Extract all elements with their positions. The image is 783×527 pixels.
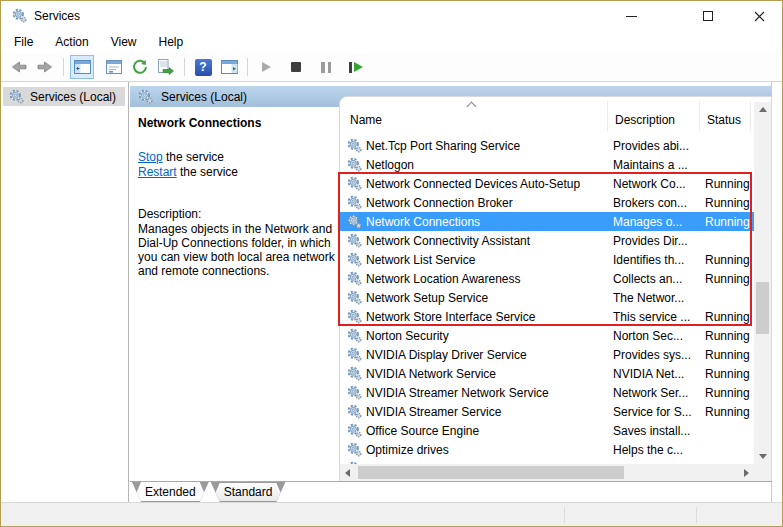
table-row[interactable]: Network ConnectionsManages o...Running (340, 212, 754, 231)
column-divider[interactable] (750, 101, 751, 131)
service-status: Running (705, 310, 754, 324)
service-status: Running (705, 405, 754, 419)
maximize-button[interactable] (685, 1, 731, 31)
service-description: Network Ser... (613, 386, 705, 400)
table-row[interactable]: Network Connected Devices Auto-SetupNetw… (340, 174, 754, 193)
pause-service-button[interactable] (314, 55, 338, 79)
vertical-scrollbar-thumb[interactable] (756, 282, 769, 334)
table-row[interactable]: NVIDIA Streamer Network ServiceNetwork S… (340, 383, 754, 402)
table-row[interactable]: Norton SecurityNorton Sec...Running (340, 326, 754, 345)
service-status: Running (705, 329, 754, 343)
table-row[interactable]: Net.Tcp Port Sharing ServiceProvides abi… (340, 136, 754, 155)
column-divider[interactable] (607, 101, 608, 131)
export-list-button[interactable] (154, 55, 178, 79)
service-description: Maintains a ... (613, 158, 705, 172)
table-row[interactable]: Network Connection BrokerBrokers con...R… (340, 193, 754, 212)
service-gear-icon (347, 366, 362, 381)
scrollbar-corner (754, 464, 771, 481)
help-button[interactable] (191, 55, 215, 79)
sidebar-item-services-local[interactable]: Services (Local) (3, 87, 125, 106)
start-service-button[interactable] (254, 55, 278, 79)
service-name: Network Connected Devices Auto-Setup (366, 177, 613, 191)
gear-icon (347, 385, 362, 400)
service-rows: Net.Tcp Port Sharing ServiceProvides abi… (340, 136, 754, 464)
service-status: Running (705, 215, 754, 229)
gear-icon (347, 309, 362, 324)
service-gear-icon (347, 252, 362, 267)
maximize-icon (703, 11, 713, 21)
horizontal-scrollbar-thumb[interactable] (358, 466, 624, 479)
menu-action[interactable]: Action (52, 33, 91, 51)
table-row[interactable]: Network Connectivity AssistantProvides D… (340, 231, 754, 250)
gear-icon (347, 157, 362, 172)
refresh-button[interactable] (128, 55, 152, 79)
menu-help[interactable]: Help (156, 33, 187, 51)
column-header-name[interactable]: Name (350, 113, 382, 127)
service-name: NVIDIA Network Service (366, 367, 613, 381)
services-window: Services File Action View Help (0, 0, 783, 527)
tab-standard[interactable]: Standard (211, 482, 286, 502)
table-row[interactable]: NetlogonMaintains a ... (340, 155, 754, 174)
restart-service-button[interactable] (344, 55, 368, 79)
show-action-pane-button[interactable] (217, 55, 241, 79)
minimize-button[interactable] (608, 1, 654, 31)
gear-icon (347, 328, 362, 343)
back-button[interactable] (7, 55, 31, 79)
properties-button[interactable] (102, 55, 126, 79)
show-console-tree-button[interactable] (70, 55, 94, 79)
table-row[interactable]: Network Location AwarenessCollects an...… (340, 269, 754, 288)
table-row[interactable]: Network Setup ServiceThe Networ... (340, 288, 754, 307)
scroll-right-icon[interactable] (744, 469, 749, 477)
selected-service-title: Network Connections (138, 116, 261, 130)
description-label: Description: (138, 207, 201, 221)
toolbar-separator (247, 58, 248, 76)
table-row[interactable]: Office Source EngineSaves install... (340, 421, 754, 440)
service-status: Running (705, 196, 754, 210)
service-name: Net.Tcp Port Sharing Service (366, 139, 613, 153)
services-gear-icon (9, 89, 24, 104)
menu-view[interactable]: View (108, 33, 140, 51)
scroll-up-icon[interactable] (759, 107, 767, 112)
table-row[interactable]: Optimize drivesHelps the c... (340, 440, 754, 459)
stop-service-button[interactable] (284, 55, 308, 79)
service-name: NVIDIA Streamer Network Service (366, 386, 613, 400)
service-status: Running (705, 348, 754, 362)
service-description: Provides Dir... (613, 234, 705, 248)
tab-extended[interactable]: Extended (132, 482, 209, 502)
gear-icon (347, 138, 362, 153)
table-row[interactable]: NVIDIA Network ServiceNVIDIA Net...Runni… (340, 364, 754, 383)
scroll-left-icon[interactable] (345, 469, 350, 477)
service-gear-icon (347, 214, 362, 229)
restart-link[interactable]: Restart (138, 165, 177, 179)
forward-button[interactable] (33, 55, 57, 79)
service-name: Network Connections (366, 215, 613, 229)
service-name: Optimize drives (366, 443, 613, 457)
service-name: Network Setup Service (366, 291, 613, 305)
table-row[interactable]: NVIDIA Display Driver ServiceProvides sy… (340, 345, 754, 364)
service-status: Running (705, 367, 754, 381)
vertical-scrollbar[interactable] (754, 102, 771, 464)
service-gear-icon (347, 290, 362, 305)
service-description: Identifies th... (613, 253, 705, 267)
service-name: Norton Security (366, 329, 613, 343)
menu-file[interactable]: File (11, 33, 36, 51)
service-name: Network Location Awareness (366, 272, 613, 286)
close-button[interactable] (736, 1, 782, 31)
stop-link[interactable]: Stop (138, 150, 163, 164)
column-divider[interactable] (699, 101, 700, 131)
service-name: Office Source Engine (366, 424, 613, 438)
service-gear-icon (347, 195, 362, 210)
horizontal-scrollbar[interactable] (340, 464, 754, 481)
scroll-down-icon[interactable] (759, 454, 767, 459)
properties-icon (106, 60, 122, 74)
service-description: Helps the c... (613, 443, 705, 457)
table-row[interactable]: Network List ServiceIdentifies th...Runn… (340, 250, 754, 269)
table-row[interactable]: Network Store Interface ServiceThis serv… (340, 307, 754, 326)
service-name: NVIDIA Display Driver Service (366, 348, 613, 362)
column-header-description[interactable]: Description (615, 113, 675, 127)
gear-icon (347, 404, 362, 419)
service-gear-icon (347, 423, 362, 438)
column-header-status[interactable]: Status (707, 113, 741, 127)
gear-icon (347, 252, 362, 267)
table-row[interactable]: NVIDIA Streamer ServiceService for S...R… (340, 402, 754, 421)
